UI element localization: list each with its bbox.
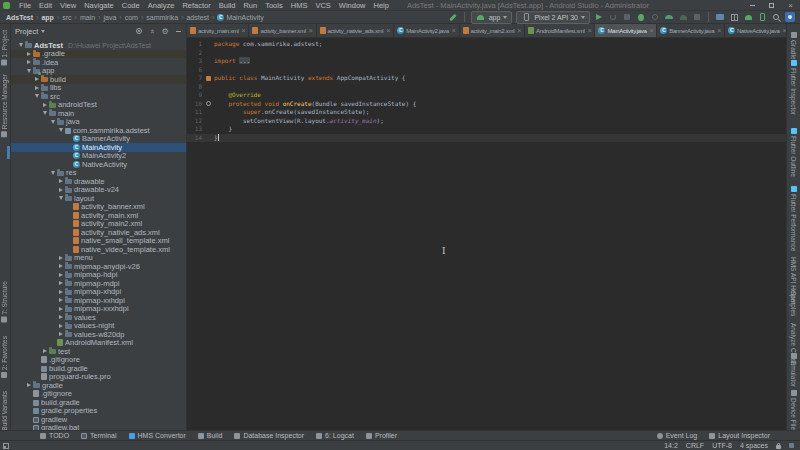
toolwindow-button-1-project[interactable]: 1: Project xyxy=(1,30,8,67)
toolwindow-button-flutter-inspector[interactable]: Flutter Inspector xyxy=(790,58,797,115)
tab-nativeactivity-java[interactable]: NativeActivity.java× xyxy=(725,24,786,37)
tree-item-values-w820dp[interactable]: values-w820dp xyxy=(11,330,186,339)
run-config-selector[interactable]: app xyxy=(471,11,513,24)
tree-item-app[interactable]: app xyxy=(11,67,186,76)
tree-item-activity-main2-xml[interactable]: activity_main2.xml xyxy=(11,220,186,229)
tree-item-main[interactable]: main xyxy=(11,109,186,118)
toolwindow-button-7-structure[interactable]: 7: Structure xyxy=(1,281,8,325)
breadcrumb-sammirika[interactable]: sammirika xyxy=(146,14,178,21)
tree-item-activity-main-xml[interactable]: activity_main.xml xyxy=(11,211,186,220)
close-icon[interactable]: × xyxy=(452,27,456,34)
tree-item-androidmanifest-xml[interactable]: AndroidManifest.xml xyxy=(11,339,186,348)
tree-item-mipmap-xxhdpi[interactable]: mipmap-xxhdpi xyxy=(11,296,186,305)
debug-button[interactable] xyxy=(636,12,646,22)
tree-item-values[interactable]: values xyxy=(11,313,186,322)
close-icon[interactable]: × xyxy=(386,27,390,34)
tab-mainactivity2-java[interactable]: MainActivity2.java× xyxy=(394,24,459,37)
breadcrumb-com[interactable]: com xyxy=(125,14,138,21)
sync-project-button[interactable] xyxy=(448,12,458,22)
tree-item-build-gradle[interactable]: build.gradle xyxy=(11,398,186,407)
status-14-2[interactable]: 14:2 xyxy=(664,442,678,449)
tree-item-gradlew[interactable]: gradlew xyxy=(11,415,186,424)
apply-changes-button[interactable] xyxy=(608,12,618,22)
collapsed-arrow-icon[interactable] xyxy=(27,60,31,64)
tree-item-native-small-template-xml[interactable]: native_small_template.xml xyxy=(11,237,186,246)
device-manager-button[interactable] xyxy=(757,12,767,22)
menu-code[interactable]: Code xyxy=(118,1,144,10)
stop-button[interactable] xyxy=(692,12,702,22)
tree-item-gitignore[interactable]: .gitignore xyxy=(11,390,186,399)
collapsed-arrow-icon[interactable] xyxy=(59,256,63,260)
tree-item-native-video-template-xml[interactable]: native_video_template.xml xyxy=(11,245,186,254)
collapsed-arrow-icon[interactable] xyxy=(59,179,63,183)
device-file-explorer-button[interactable] xyxy=(715,12,725,22)
tree-item-mipmap-anydpi-v26[interactable]: mipmap-anydpi-v26 xyxy=(11,262,186,271)
collapsed-arrow-icon[interactable] xyxy=(59,307,63,311)
collapsed-arrow-icon[interactable] xyxy=(59,281,63,285)
close-icon[interactable]: × xyxy=(650,27,654,34)
tree-item-gradle-properties[interactable]: gradle.properties xyxy=(11,407,186,416)
profile-button[interactable] xyxy=(664,12,674,22)
expanded-arrow-icon[interactable] xyxy=(27,69,31,73)
project-panel-title[interactable]: Project xyxy=(15,27,38,36)
expanded-arrow-icon[interactable] xyxy=(43,111,47,115)
menu-file[interactable]: File xyxy=(15,1,35,10)
tree-item-proguard-rules-pro[interactable]: proguard-rules.pro xyxy=(11,373,186,382)
tree-item-adstest[interactable]: AdsTestD:\Huawei Project\AdsTest xyxy=(11,41,186,50)
tree-item-activity-nativie-ads-xml[interactable]: activity_nativie_ads.xml xyxy=(11,228,186,237)
breadcrumb-mainactivity[interactable]: MainActivity xyxy=(217,14,263,21)
tree-item-res[interactable]: res xyxy=(11,169,186,178)
menu-tools[interactable]: Tools xyxy=(261,1,287,10)
maximize-button[interactable] xyxy=(762,0,781,11)
expanded-arrow-icon[interactable] xyxy=(51,120,55,124)
toolwindow-button-database-inspector[interactable]: Database Inspector xyxy=(234,432,304,439)
tree-item-com-sammirika-adstest[interactable]: com.sammirika.adstest xyxy=(11,126,186,135)
toolwindow-button-flutter-outline[interactable]: Flutter Outline xyxy=(790,126,797,177)
collapsed-arrow-icon[interactable] xyxy=(59,324,63,328)
close-button[interactable]: × xyxy=(781,0,800,11)
locate-file-icon[interactable] xyxy=(135,27,143,35)
collapsed-arrow-icon[interactable] xyxy=(59,290,63,294)
toolwindow-button-6-logcat[interactable]: 6: Logcat xyxy=(316,432,354,439)
breadcrumb-main[interactable]: main xyxy=(80,14,95,21)
close-icon[interactable]: × xyxy=(517,27,521,34)
close-icon[interactable]: × xyxy=(242,27,246,34)
run-coverage-button[interactable] xyxy=(650,12,660,22)
minimize-button[interactable] xyxy=(743,0,762,11)
collapse-all-icon[interactable] xyxy=(148,27,156,35)
layout-inspector-button[interactable] xyxy=(729,12,739,22)
search-everywhere-button[interactable] xyxy=(771,12,781,22)
tab-banneractivity-java[interactable]: BannerActivity.java× xyxy=(657,24,725,37)
toolwindow-button-event-log[interactable]: Event Log xyxy=(657,432,698,439)
tab-activity-banner-xml[interactable]: activity_banner.xml× xyxy=(249,24,316,37)
breadcrumb-adstest[interactable]: AdsTest xyxy=(6,14,33,21)
close-icon[interactable]: × xyxy=(717,27,721,34)
tab-androidmanifest-xml[interactable]: AndroidManifest.xml× xyxy=(525,24,595,37)
tree-item-mainactivity2[interactable]: MainActivity2 xyxy=(11,152,186,161)
tree-item-src[interactable]: src xyxy=(11,92,186,101)
expanded-arrow-icon[interactable] xyxy=(59,196,63,200)
collapsed-arrow-icon[interactable] xyxy=(27,383,31,387)
run-button[interactable] xyxy=(594,12,604,22)
menu-navigate[interactable]: Navigate xyxy=(80,1,118,10)
toolwindow-button-resource-manager[interactable]: Resource Manager xyxy=(1,74,8,139)
tree-item-nativeactivity[interactable]: NativeActivity xyxy=(11,160,186,169)
toolwindow-button-layout-inspector[interactable]: Layout Inspector xyxy=(709,432,770,439)
code-editor[interactable]: 1package com.sammirika.adstest;23import … xyxy=(187,38,786,142)
tree-item-build-gradle[interactable]: build.gradle xyxy=(11,364,186,373)
collapsed-arrow-icon[interactable] xyxy=(43,103,47,107)
chevron-down-icon[interactable] xyxy=(41,30,45,33)
expanded-arrow-icon[interactable] xyxy=(59,128,63,132)
breadcrumb-app[interactable]: app xyxy=(41,14,53,21)
tree-item-layout[interactable]: layout xyxy=(11,194,186,203)
collapsed-arrow-icon[interactable] xyxy=(59,298,63,302)
profile-avatar[interactable] xyxy=(785,12,795,22)
tab-activity-main2-xml[interactable]: activity_main2.xml× xyxy=(460,24,525,37)
toolwindow-button-todo[interactable]: TODO xyxy=(40,432,69,439)
tree-item-banneractivity[interactable]: BannerActivity xyxy=(11,135,186,144)
status-utf-8[interactable]: UTF-8 xyxy=(712,442,732,449)
attach-debugger-button[interactable] xyxy=(678,12,688,22)
class-marker-icon[interactable] xyxy=(206,76,211,81)
tab-activity-nativie-ads-xml[interactable]: activity_nativie_ads.xml× xyxy=(317,24,395,37)
collapsed-arrow-icon[interactable] xyxy=(59,315,63,319)
